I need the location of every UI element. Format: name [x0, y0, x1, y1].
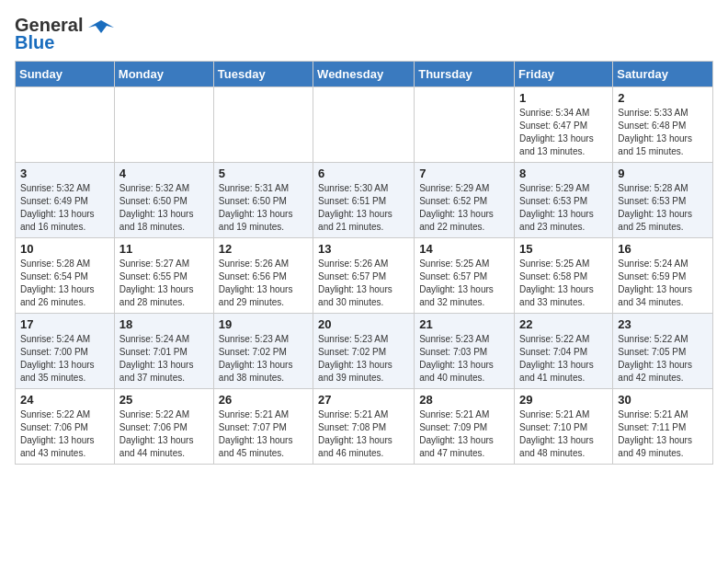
day-number: 13: [318, 242, 409, 256]
day-number: 17: [20, 317, 109, 331]
day-info: Sunrise: 5:28 AM Sunset: 6:53 PM Dayligh…: [618, 182, 708, 234]
day-info: Sunrise: 5:30 AM Sunset: 6:51 PM Dayligh…: [318, 182, 409, 234]
column-header-monday: Monday: [114, 62, 213, 87]
day-info: Sunrise: 5:21 AM Sunset: 7:11 PM Dayligh…: [618, 408, 708, 460]
calendar-cell: 18Sunrise: 5:24 AM Sunset: 7:01 PM Dayli…: [114, 314, 213, 389]
calendar-cell: [213, 87, 313, 163]
day-info: Sunrise: 5:21 AM Sunset: 7:10 PM Dayligh…: [519, 408, 608, 460]
day-number: 20: [318, 317, 409, 331]
column-header-thursday: Thursday: [415, 62, 515, 87]
calendar-table: SundayMondayTuesdayWednesdayThursdayFrid…: [15, 61, 713, 465]
day-number: 9: [618, 167, 708, 180]
calendar-cell: 11Sunrise: 5:27 AM Sunset: 6:55 PM Dayli…: [114, 238, 213, 314]
day-info: Sunrise: 5:23 AM Sunset: 7:02 PM Dayligh…: [318, 333, 409, 385]
calendar-cell: 7Sunrise: 5:29 AM Sunset: 6:52 PM Daylig…: [415, 163, 515, 238]
logo: General Blue: [15, 15, 114, 53]
day-number: 19: [219, 317, 308, 331]
day-info: Sunrise: 5:24 AM Sunset: 6:59 PM Dayligh…: [618, 258, 708, 309]
day-number: 6: [318, 167, 409, 180]
calendar-cell: 4Sunrise: 5:32 AM Sunset: 6:50 PM Daylig…: [114, 163, 213, 238]
day-info: Sunrise: 5:33 AM Sunset: 6:48 PM Dayligh…: [618, 107, 708, 158]
calendar-cell: 5Sunrise: 5:31 AM Sunset: 6:50 PM Daylig…: [213, 163, 313, 238]
calendar-cell: 6Sunrise: 5:30 AM Sunset: 6:51 PM Daylig…: [313, 163, 415, 238]
day-info: Sunrise: 5:29 AM Sunset: 6:53 PM Dayligh…: [519, 182, 608, 234]
calendar-cell: 30Sunrise: 5:21 AM Sunset: 7:11 PM Dayli…: [613, 389, 713, 465]
day-number: 16: [618, 242, 708, 256]
day-number: 8: [519, 167, 608, 180]
column-header-sunday: Sunday: [16, 62, 115, 87]
logo-bird-icon: [88, 18, 114, 35]
day-info: Sunrise: 5:32 AM Sunset: 6:49 PM Dayligh…: [20, 182, 109, 234]
day-info: Sunrise: 5:22 AM Sunset: 7:05 PM Dayligh…: [618, 333, 708, 385]
calendar-cell: 25Sunrise: 5:22 AM Sunset: 7:06 PM Dayli…: [114, 389, 213, 465]
day-info: Sunrise: 5:22 AM Sunset: 7:04 PM Dayligh…: [519, 333, 608, 385]
day-number: 5: [219, 167, 308, 180]
day-info: Sunrise: 5:32 AM Sunset: 6:50 PM Dayligh…: [119, 182, 209, 234]
svg-marker-0: [88, 20, 114, 33]
day-number: 10: [20, 242, 109, 256]
calendar-header-row: SundayMondayTuesdayWednesdayThursdayFrid…: [16, 62, 713, 87]
calendar-cell: 23Sunrise: 5:22 AM Sunset: 7:05 PM Dayli…: [613, 314, 713, 389]
day-number: 25: [119, 393, 209, 407]
day-number: 21: [419, 317, 509, 331]
calendar-week-2: 3Sunrise: 5:32 AM Sunset: 6:49 PM Daylig…: [16, 163, 713, 238]
calendar-week-4: 17Sunrise: 5:24 AM Sunset: 7:00 PM Dayli…: [16, 314, 713, 389]
calendar-cell: 29Sunrise: 5:21 AM Sunset: 7:10 PM Dayli…: [515, 389, 613, 465]
day-info: Sunrise: 5:31 AM Sunset: 6:50 PM Dayligh…: [219, 182, 308, 234]
calendar-cell: [114, 87, 213, 163]
calendar-cell: [16, 87, 115, 163]
day-number: 11: [119, 242, 209, 256]
calendar-week-1: 1Sunrise: 5:34 AM Sunset: 6:47 PM Daylig…: [16, 87, 713, 163]
day-number: 4: [119, 167, 209, 180]
calendar-cell: 3Sunrise: 5:32 AM Sunset: 6:49 PM Daylig…: [16, 163, 115, 238]
day-number: 26: [219, 393, 308, 407]
column-header-friday: Friday: [515, 62, 613, 87]
calendar-cell: 16Sunrise: 5:24 AM Sunset: 6:59 PM Dayli…: [613, 238, 713, 314]
day-info: Sunrise: 5:21 AM Sunset: 7:09 PM Dayligh…: [419, 408, 509, 460]
day-info: Sunrise: 5:23 AM Sunset: 7:02 PM Dayligh…: [219, 333, 308, 385]
calendar-week-3: 10Sunrise: 5:28 AM Sunset: 6:54 PM Dayli…: [16, 238, 713, 314]
day-info: Sunrise: 5:23 AM Sunset: 7:03 PM Dayligh…: [419, 333, 509, 385]
day-number: 27: [318, 393, 409, 407]
calendar-cell: 24Sunrise: 5:22 AM Sunset: 7:06 PM Dayli…: [16, 389, 115, 465]
calendar-cell: [313, 87, 415, 163]
calendar-cell: 10Sunrise: 5:28 AM Sunset: 6:54 PM Dayli…: [16, 238, 115, 314]
calendar-cell: 22Sunrise: 5:22 AM Sunset: 7:04 PM Dayli…: [515, 314, 613, 389]
calendar-cell: [415, 87, 515, 163]
calendar-cell: 26Sunrise: 5:21 AM Sunset: 7:07 PM Dayli…: [213, 389, 313, 465]
day-info: Sunrise: 5:26 AM Sunset: 6:56 PM Dayligh…: [219, 258, 308, 309]
day-number: 3: [20, 167, 109, 180]
day-number: 28: [419, 393, 509, 407]
day-info: Sunrise: 5:24 AM Sunset: 7:00 PM Dayligh…: [20, 333, 109, 385]
day-info: Sunrise: 5:26 AM Sunset: 6:57 PM Dayligh…: [318, 258, 409, 309]
day-info: Sunrise: 5:24 AM Sunset: 7:01 PM Dayligh…: [119, 333, 209, 385]
day-info: Sunrise: 5:25 AM Sunset: 6:57 PM Dayligh…: [419, 258, 509, 309]
column-header-tuesday: Tuesday: [213, 62, 313, 87]
calendar-cell: 13Sunrise: 5:26 AM Sunset: 6:57 PM Dayli…: [313, 238, 415, 314]
day-number: 2: [618, 91, 708, 105]
calendar-cell: 20Sunrise: 5:23 AM Sunset: 7:02 PM Dayli…: [313, 314, 415, 389]
column-header-wednesday: Wednesday: [313, 62, 415, 87]
day-number: 29: [519, 393, 608, 407]
calendar-cell: 27Sunrise: 5:21 AM Sunset: 7:08 PM Dayli…: [313, 389, 415, 465]
day-info: Sunrise: 5:34 AM Sunset: 6:47 PM Dayligh…: [519, 107, 608, 158]
logo-blue-text: Blue: [15, 32, 54, 53]
day-number: 1: [519, 91, 608, 105]
calendar-cell: 17Sunrise: 5:24 AM Sunset: 7:00 PM Dayli…: [16, 314, 115, 389]
day-info: Sunrise: 5:29 AM Sunset: 6:52 PM Dayligh…: [419, 182, 509, 234]
day-number: 22: [519, 317, 608, 331]
day-info: Sunrise: 5:27 AM Sunset: 6:55 PM Dayligh…: [119, 258, 209, 309]
day-number: 18: [119, 317, 209, 331]
calendar-cell: 8Sunrise: 5:29 AM Sunset: 6:53 PM Daylig…: [515, 163, 613, 238]
day-info: Sunrise: 5:21 AM Sunset: 7:07 PM Dayligh…: [219, 408, 308, 460]
calendar-cell: 28Sunrise: 5:21 AM Sunset: 7:09 PM Dayli…: [415, 389, 515, 465]
day-info: Sunrise: 5:25 AM Sunset: 6:58 PM Dayligh…: [519, 258, 608, 309]
calendar-cell: 21Sunrise: 5:23 AM Sunset: 7:03 PM Dayli…: [415, 314, 515, 389]
calendar-cell: 9Sunrise: 5:28 AM Sunset: 6:53 PM Daylig…: [613, 163, 713, 238]
day-number: 24: [20, 393, 109, 407]
column-header-saturday: Saturday: [613, 62, 713, 87]
day-number: 7: [419, 167, 509, 180]
calendar-cell: 19Sunrise: 5:23 AM Sunset: 7:02 PM Dayli…: [213, 314, 313, 389]
day-info: Sunrise: 5:22 AM Sunset: 7:06 PM Dayligh…: [20, 408, 109, 460]
day-number: 30: [618, 393, 708, 407]
